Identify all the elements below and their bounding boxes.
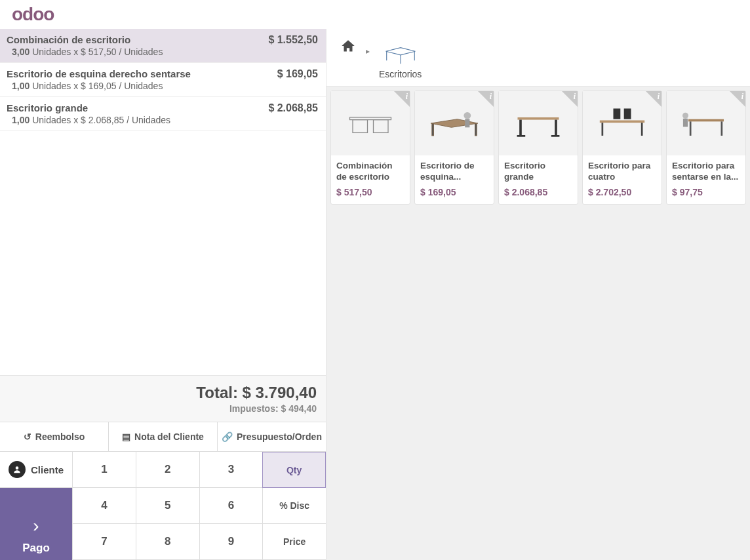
total-label: Total: [196, 384, 238, 401]
product-card[interactable]: i Escritorio para sentarse en la... $ 97… [666, 90, 746, 205]
order-line-detail: 3,00 Unidades x $ 517,50 / Unidades [7, 47, 163, 57]
svg-rect-16 [614, 109, 621, 119]
breadcrumb-separator: ▸ [366, 47, 370, 79]
order-line-total: $ 1.552,50 [268, 34, 318, 46]
product-card[interactable]: i Escritorio grande $ 2.068,85 [498, 90, 578, 205]
svg-rect-19 [690, 121, 692, 136]
product-info-icon[interactable]: i [730, 91, 745, 107]
numpad: 1 2 3 Qty 4 5 6 % Disc 7 8 9 Price [72, 452, 326, 560]
product-price: $ 97,75 [672, 187, 740, 197]
key-7[interactable]: 7 [72, 524, 136, 560]
home-icon[interactable] [340, 38, 357, 79]
undo-icon: ↺ [24, 431, 31, 442]
tax-label: Impuestos: [229, 403, 279, 414]
product-info-icon[interactable]: i [478, 91, 494, 107]
order-line-name: Combinación de escritorio [7, 34, 163, 45]
svg-rect-20 [721, 121, 723, 136]
product-price: $ 169,05 [420, 187, 488, 197]
order-line-name: Escritorio de esquina derecho sentarse [7, 68, 191, 79]
svg-point-6 [464, 112, 471, 119]
svg-point-21 [682, 113, 688, 119]
category-breadcrumb: ▸ Escritorios [326, 29, 750, 87]
key-2[interactable]: 2 [136, 452, 199, 488]
svg-rect-22 [683, 119, 688, 127]
product-price: $ 2.702,50 [588, 187, 656, 197]
user-icon [9, 461, 26, 478]
svg-rect-2 [353, 120, 368, 133]
order-line-name: Escritorio grande [7, 102, 170, 113]
product-info-icon[interactable]: i [394, 91, 410, 107]
key-4[interactable]: 4 [72, 488, 136, 524]
product-info-icon[interactable]: i [562, 91, 578, 107]
order-line[interactable]: Escritorio de esquina derecho sentarse 1… [0, 63, 326, 97]
order-line[interactable]: Combinación de escritorio 3,00 Unidades … [0, 29, 326, 63]
svg-rect-9 [519, 120, 522, 136]
key-3[interactable]: 3 [199, 452, 263, 488]
svg-rect-4 [432, 124, 434, 136]
product-card[interactable]: i Combinación de escritorio $ 517,50 [330, 90, 410, 205]
order-lines: Combinación de escritorio 3,00 Unidades … [0, 29, 326, 375]
key-8[interactable]: 8 [136, 524, 199, 560]
product-panel: ▸ Escritorios i [326, 29, 750, 560]
mode-price-button[interactable]: Price [262, 524, 326, 560]
product-price: $ 517,50 [336, 187, 405, 197]
pay-button[interactable]: › Pago [0, 488, 72, 560]
svg-rect-10 [555, 120, 557, 136]
order-line[interactable]: Escritorio grande 1,00 Unidades x $ 2.06… [0, 97, 326, 131]
mode-qty-button[interactable]: Qty [262, 452, 326, 488]
product-grid: i Combinación de escritorio $ 517,50 i [326, 87, 750, 560]
svg-rect-15 [641, 123, 643, 136]
note-icon: ▤ [122, 431, 130, 442]
svg-rect-3 [374, 120, 389, 133]
product-name: Escritorio de esquina... [420, 161, 488, 183]
mode-disc-button[interactable]: % Disc [262, 488, 326, 524]
product-name: Combinación de escritorio [336, 161, 405, 183]
totals: Total: $ 3.790,40 Impuestos: $ 494,40 [0, 375, 326, 422]
svg-rect-17 [624, 109, 631, 119]
refund-button[interactable]: ↺ Reembolso [0, 422, 109, 451]
product-name: Escritorio grande [504, 161, 572, 183]
svg-rect-11 [517, 135, 526, 137]
product-price: $ 2.068,85 [504, 187, 572, 197]
total-value: $ 3.790,40 [243, 384, 317, 401]
order-line-detail: 1,00 Unidades x $ 169,05 / Unidades [7, 81, 191, 91]
customer-note-button[interactable]: ▤ Nota del Cliente [109, 422, 218, 451]
key-5[interactable]: 5 [136, 488, 199, 524]
desk-icon [382, 40, 419, 66]
order-line-detail: 1,00 Unidades x $ 2.068,85 / Unidades [7, 115, 170, 125]
order-panel: Combinación de escritorio 3,00 Unidades … [0, 29, 326, 560]
svg-rect-12 [551, 135, 560, 137]
order-line-total: $ 2.068,85 [268, 102, 318, 114]
order-line-total: $ 169,05 [277, 68, 318, 80]
product-name: Escritorio para cuatro personas [588, 161, 656, 183]
chevron-right-icon: › [33, 515, 39, 536]
brand-logo: odoo [12, 4, 54, 25]
svg-rect-18 [688, 119, 724, 122]
key-1[interactable]: 1 [72, 452, 136, 488]
category-label: Escritorios [379, 69, 422, 79]
svg-rect-5 [475, 124, 477, 136]
svg-rect-8 [518, 117, 559, 120]
svg-point-0 [16, 466, 19, 470]
header: odoo [0, 0, 750, 29]
svg-rect-14 [602, 123, 604, 136]
category-desks[interactable]: Escritorios [379, 40, 422, 79]
svg-rect-7 [465, 119, 469, 128]
customer-button[interactable]: Cliente [0, 452, 72, 488]
svg-rect-13 [600, 121, 644, 123]
key-6[interactable]: 6 [199, 488, 263, 524]
product-info-icon[interactable]: i [646, 91, 661, 107]
link-icon: 🔗 [222, 431, 233, 442]
product-card[interactable]: i Escritorio de esquina... $ 169,05 [414, 90, 494, 205]
product-card[interactable]: i Escritorio para cuatro personas $ 2.70… [582, 90, 662, 205]
quotation-button[interactable]: 🔗 Presupuesto/Orden [218, 422, 326, 451]
key-9[interactable]: 9 [199, 524, 263, 560]
tax-value: $ 494,40 [281, 403, 317, 414]
product-name: Escritorio para sentarse en la... [672, 161, 740, 183]
